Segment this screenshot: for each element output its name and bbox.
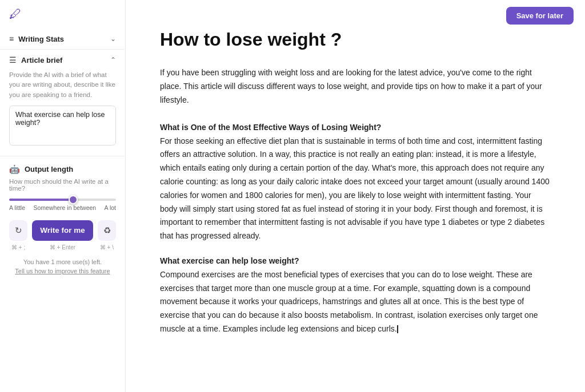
writing-stats-chevron-icon: ⌄: [110, 35, 116, 43]
shortcut-right: ⌘ + \: [100, 244, 114, 250]
output-length-section: 🤖 Output length How much should the AI w…: [0, 156, 125, 211]
uses-left-text: You have 1 more use(s) left.: [0, 254, 125, 268]
app-logo-icon: 🖊: [9, 7, 22, 22]
slider-label-middle: Somewhere in between: [33, 204, 96, 211]
writing-stats-header-left: ≡ Writing Stats: [9, 34, 64, 43]
output-length-label: Output length: [25, 165, 73, 173]
undo-button[interactable]: ↻: [9, 220, 27, 241]
text-cursor: [397, 325, 398, 333]
writing-stats-header[interactable]: ≡ Writing Stats ⌄: [0, 29, 125, 49]
shortcut-middle: ⌘ + Enter: [25, 244, 100, 250]
article-brief-header[interactable]: ☰ Article brief ⌃: [0, 50, 125, 70]
write-shortcut-row: ⌘ + ; ⌘ + Enter ⌘ + \: [9, 244, 116, 250]
article-title: How to lose weight ?: [160, 29, 551, 50]
sidebar: 🖊 ≡ Writing Stats ⌄ ☰ Article brief ⌃ Pr…: [0, 0, 126, 392]
write-btn-row: ↻ Write for me ♻: [9, 220, 116, 241]
writing-stats-section: ≡ Writing Stats ⌄: [0, 29, 125, 50]
slider-track[interactable]: [9, 199, 116, 201]
article-body: How to lose weight ? If you have been st…: [126, 0, 585, 392]
slider-labels: A little Somewhere in between A lot: [9, 204, 116, 211]
article-brief-header-left: ☰ Article brief: [9, 55, 62, 64]
article-brief-label: Article brief: [21, 56, 62, 64]
slider-label-little: A little: [9, 204, 25, 211]
write-actions: ↻ Write for me ♻ ⌘ + ; ⌘ + Enter ⌘ + \: [0, 211, 125, 254]
bar-chart-icon: ≡: [9, 34, 14, 43]
recycle-button[interactable]: ♻: [98, 220, 116, 241]
output-length-slider-container: [9, 199, 116, 201]
article-brief-input[interactable]: [9, 106, 116, 146]
article-section2-body: Compound exercises are the most benefici…: [160, 270, 538, 333]
article-brief-body: Provide the AI with a brief of what you …: [0, 70, 125, 156]
article-section1-heading: What is One of the Most Effective Ways o…: [160, 123, 381, 132]
write-for-me-button[interactable]: Write for me: [32, 220, 93, 241]
slider-thumb[interactable]: [69, 195, 78, 204]
robot-icon: 🤖: [9, 164, 20, 175]
article-section1: What is One of the Most Effective Ways o…: [160, 121, 551, 243]
output-length-description: How much should the AI write at a time?: [9, 178, 116, 192]
save-for-later-button[interactable]: Save for later: [506, 7, 574, 25]
article-brief-icon: ☰: [9, 55, 17, 64]
article-section2: What exercise can help lose weight? Comp…: [160, 254, 551, 336]
main-header: Save for later: [495, 0, 585, 31]
article-section1-body: For those seeking an effective diet plan…: [160, 136, 550, 241]
article-brief-description: Provide the AI with a brief of what you …: [9, 70, 116, 100]
output-length-header: 🤖 Output length: [9, 164, 116, 175]
main-content: Save for later How to lose weight ? If y…: [126, 0, 585, 392]
writing-stats-label: Writing Stats: [18, 35, 64, 43]
shortcut-left: ⌘ + ;: [11, 244, 25, 250]
article-intro: If you have been struggling with weight …: [160, 66, 551, 107]
article-brief-chevron-icon: ⌃: [110, 56, 116, 64]
article-section2-heading: What exercise can help lose weight?: [160, 256, 299, 265]
improve-link[interactable]: Tell us how to improve this feature: [0, 268, 125, 281]
article-brief-section: ☰ Article brief ⌃ Provide the AI with a …: [0, 50, 125, 156]
logo-area: 🖊: [0, 0, 125, 29]
slider-label-lot: A lot: [105, 204, 116, 211]
